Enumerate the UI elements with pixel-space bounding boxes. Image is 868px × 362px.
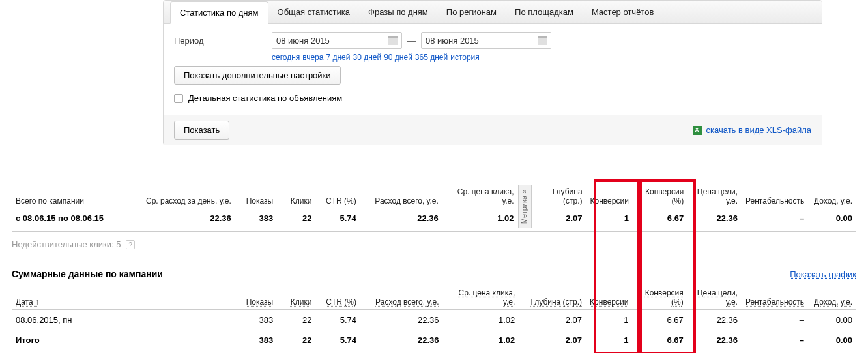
- tabs-bar: Статистика по дням Общая статистика Фраз…: [164, 1, 822, 24]
- calendar-icon: [538, 36, 547, 45]
- quick-30d[interactable]: 30 дней: [353, 53, 381, 62]
- cell-depth: 2.07: [519, 310, 586, 331]
- tot-roi: –: [742, 330, 808, 350]
- tab-phrases-by-day[interactable]: Фразы по дням: [359, 1, 437, 23]
- metrica-label: Метрика »: [520, 189, 528, 224]
- col-shows: Показы: [235, 185, 277, 208]
- col-revenue[interactable]: Доход, у.е.: [808, 286, 856, 310]
- download-xls-link[interactable]: скачать в виде XLS-файла: [693, 125, 812, 135]
- show-chart-link[interactable]: Показать график: [790, 269, 856, 279]
- date-dash: —: [407, 36, 416, 46]
- col-clicks[interactable]: Клики: [277, 286, 315, 310]
- summary-value-row: с 08.06.15 по 08.06.15 22.36 383 22 5.74…: [12, 208, 856, 228]
- val-ctr: 5.74: [315, 208, 360, 228]
- detail-section-header: Суммарные данные по кампании Показать гр…: [12, 269, 856, 279]
- detailed-stats-checkbox[interactable]: [174, 94, 183, 103]
- cell-revenue: 0.00: [808, 310, 856, 331]
- report-content: Всего по кампании Ср. расход за день, у.…: [12, 185, 856, 350]
- quick-90d[interactable]: 90 дней: [384, 53, 412, 62]
- date-from-value: 08 июня 2015: [276, 36, 330, 46]
- date-to-input[interactable]: 08 июня 2015: [421, 32, 551, 49]
- show-more-settings-button[interactable]: Показать дополнительные настройки: [174, 66, 341, 85]
- col-shows[interactable]: Показы: [235, 286, 277, 310]
- tot-clicks: 22: [277, 330, 315, 350]
- col-goal-price[interactable]: Цена цели, у.е.: [687, 286, 742, 310]
- val-spend-total: 22.36: [360, 208, 442, 228]
- col-conversions: Конверсии: [586, 185, 633, 208]
- invalid-clicks-value: 5: [116, 239, 121, 249]
- totals-label: Итого: [12, 330, 235, 350]
- quick-today[interactable]: сегодня: [272, 53, 300, 62]
- quick-365d[interactable]: 365 дней: [415, 53, 448, 62]
- tot-ctr: 5.74: [316, 330, 361, 350]
- show-button[interactable]: Показать: [174, 121, 229, 140]
- col-clicks: Клики: [277, 185, 315, 208]
- val-depth: 2.07: [532, 208, 586, 228]
- col-roi[interactable]: Рентабельность: [742, 286, 808, 310]
- val-goal-price: 22.36: [687, 208, 742, 228]
- col-avg-cpc: Ср. цена клика, у.е.: [442, 185, 518, 208]
- val-conv-pct: 6.67: [633, 208, 687, 228]
- col-roi: Рентабельность: [742, 185, 808, 208]
- panel-footer: Показать скачать в виде XLS-файла: [164, 115, 822, 145]
- tot-conversions: 1: [586, 330, 632, 350]
- calendar-icon: [388, 36, 398, 45]
- col-ctr: CTR (%): [315, 185, 360, 208]
- cell-conversions: 1: [586, 310, 632, 331]
- cell-avg-cpc: 1.02: [443, 310, 519, 331]
- tab-by-regions[interactable]: По регионам: [437, 1, 506, 23]
- val-avg-spend-day: 22.36: [137, 208, 235, 228]
- cell-date: 08.06.2015, пн: [12, 310, 235, 331]
- campaign-summary-table: Всего по кампании Ср. расход за день, у.…: [12, 185, 856, 228]
- col-date[interactable]: Дата ↑: [12, 286, 235, 310]
- tab-stats-by-day[interactable]: Статистика по дням: [170, 1, 268, 24]
- invalid-clicks: Недействительные клики: 5 ?: [12, 239, 856, 249]
- period-label: Период: [174, 36, 272, 46]
- cell-goal-price: 22.36: [687, 310, 742, 331]
- col-spend-total[interactable]: Расход всего, у.е.: [360, 286, 442, 310]
- cell-spend-total: 22.36: [360, 310, 442, 331]
- report-config-panel: Статистика по дням Общая статистика Фраз…: [163, 0, 822, 145]
- val-avg-cpc: 1.02: [442, 208, 518, 228]
- col-depth: Глубина (стр.): [532, 185, 586, 208]
- val-shows: 383: [235, 208, 277, 228]
- quick-period-links: сегодня вчера 7 дней 30 дней 90 дней 365…: [272, 53, 811, 62]
- val-revenue: 0.00: [808, 208, 856, 228]
- date-to-value: 08 июня 2015: [426, 36, 479, 46]
- help-icon[interactable]: ?: [126, 240, 135, 249]
- table-row: 08.06.2015, пн 383 22 5.74 22.36 1.02 2.…: [12, 310, 856, 331]
- tab-by-placements[interactable]: По площадкам: [506, 1, 583, 23]
- col-ctr[interactable]: CTR (%): [316, 286, 361, 310]
- val-clicks: 22: [277, 208, 315, 228]
- tab-report-wizard[interactable]: Мастер отчётов: [583, 1, 663, 23]
- quick-yesterday[interactable]: вчера: [302, 53, 323, 62]
- tot-depth: 2.07: [519, 330, 586, 350]
- cell-roi: –: [742, 310, 808, 331]
- col-conv-pct: Конверсия (%): [633, 185, 687, 208]
- tab-general-stats[interactable]: Общая статистика: [268, 1, 360, 23]
- quick-history[interactable]: история: [450, 53, 480, 62]
- cell-clicks: 22: [277, 310, 315, 331]
- download-xls-label: скачать в виде XLS-файла: [706, 125, 812, 135]
- xls-icon: [693, 126, 702, 135]
- panel-body: Период 08 июня 2015 — 08 июня 2015 сегод…: [164, 24, 822, 115]
- cell-shows: 383: [235, 310, 277, 331]
- val-roi: –: [742, 208, 808, 228]
- invalid-clicks-label: Недействительные клики:: [12, 239, 114, 249]
- cell-ctr: 5.74: [316, 310, 361, 331]
- col-goal-price: Цена цели, у.е.: [687, 185, 742, 208]
- quick-7d[interactable]: 7 дней: [326, 53, 350, 62]
- col-avg-cpc[interactable]: Ср. цена клика, у.е.: [443, 286, 519, 310]
- tot-spend-total: 22.36: [360, 330, 442, 350]
- col-conversions[interactable]: Конверсии: [586, 286, 632, 310]
- detail-title: Суммарные данные по кампании: [12, 269, 163, 279]
- metrica-toggle[interactable]: Метрика »: [518, 185, 532, 228]
- tot-revenue: 0.00: [808, 330, 856, 350]
- col-spend-total: Расход всего, у.е.: [360, 185, 442, 208]
- col-revenue: Доход, у.е.: [808, 185, 856, 208]
- table-totals-row: Итого 383 22 5.74 22.36 1.02 2.07 1 6.67…: [12, 330, 856, 350]
- campaign-detail-table: Дата ↑ Показы Клики CTR (%) Расход всего…: [12, 286, 856, 350]
- date-from-input[interactable]: 08 июня 2015: [272, 32, 402, 49]
- col-depth[interactable]: Глубина (стр.): [519, 286, 586, 310]
- col-conv-pct[interactable]: Конверсия (%): [632, 286, 687, 310]
